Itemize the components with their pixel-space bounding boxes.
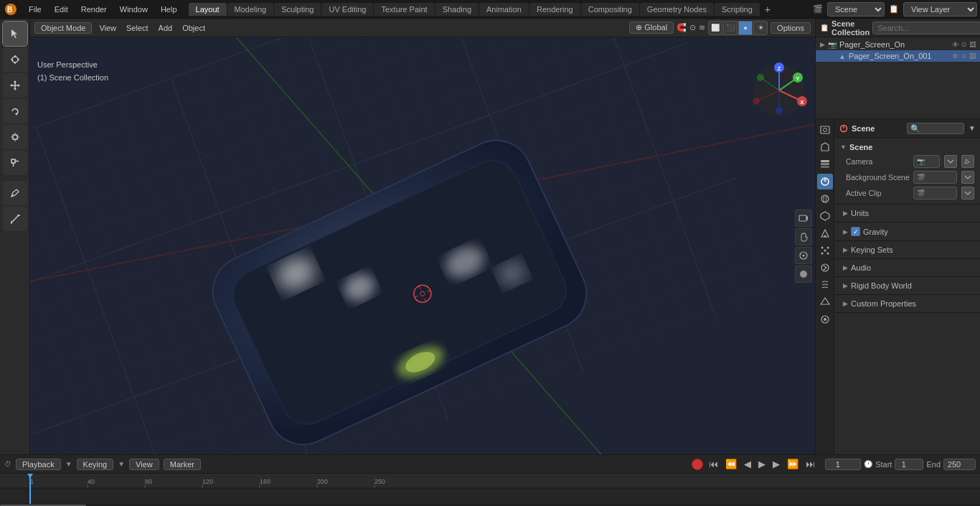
solid-shading[interactable]: ⬛ [723, 21, 738, 35]
viewport-hand-tool[interactable] [795, 228, 812, 245]
camera-select-icon[interactable] [944, 155, 957, 168]
timeline-area[interactable]: 1 40 80 120 160 200 250 [0, 473, 980, 506]
props-object-icon[interactable] [817, 208, 833, 224]
add-menu[interactable]: Add [156, 22, 176, 34]
transform-orientation[interactable]: ⊕ Global [629, 22, 674, 34]
audio-header[interactable]: ▶ Audio [834, 262, 980, 273]
tool-move[interactable] [3, 73, 27, 98]
expand-arrow-1[interactable]: ▶ [820, 41, 825, 48]
viewport-canvas[interactable]: User Perspective (1) Scene Collection Z … [30, 37, 815, 454]
tab-sculpting[interactable]: Sculpting [274, 3, 321, 16]
view-button[interactable]: View [129, 459, 159, 470]
viewport-material-preview[interactable] [795, 266, 812, 283]
view-options[interactable]: ≋ [699, 23, 705, 32]
tab-modeling[interactable]: Modeling [227, 3, 274, 16]
menu-render[interactable]: Render [75, 4, 113, 15]
viewport-camera-view[interactable] [795, 210, 812, 227]
jump-end-button[interactable]: ⏭ [804, 459, 816, 469]
props-output-icon[interactable] [817, 139, 833, 155]
wireframe-shading[interactable]: ⬜ [708, 21, 722, 35]
keying-button[interactable]: Keying [77, 459, 114, 470]
tab-texture-paint[interactable]: Texture Paint [374, 3, 434, 16]
tool-transform[interactable] [3, 151, 27, 175]
scene-section-header[interactable]: ▼ Scene [834, 141, 980, 154]
props-modifier-icon[interactable] [817, 225, 833, 241]
tool-annotate[interactable] [3, 181, 27, 205]
select-menu[interactable]: Select [123, 22, 151, 34]
props-view-layer-icon[interactable] [817, 156, 833, 172]
viewport-camera-position[interactable] [795, 247, 812, 264]
keying-dropdown-arrow[interactable]: ▼ [118, 460, 125, 468]
menu-help[interactable]: Help [155, 4, 183, 15]
options-button[interactable]: Options [771, 22, 811, 34]
props-material-icon[interactable] [817, 311, 833, 327]
custom-props-header[interactable]: ▶ Custom Properties [834, 298, 980, 309]
hide-viewport-icon-1[interactable]: ⊙ [961, 41, 967, 48]
gravity-checkbox[interactable]: ✓ [851, 227, 860, 236]
next-keyframe-button[interactable]: ▶ [771, 459, 781, 469]
props-world-icon[interactable] [817, 191, 833, 207]
props-data-icon[interactable] [817, 294, 833, 310]
tool-scale[interactable] [3, 125, 27, 149]
snap-toggle[interactable]: 🧲 [677, 23, 687, 32]
props-render-icon[interactable] [817, 122, 833, 138]
proportional-edit[interactable]: ⊙ [689, 23, 696, 32]
object-menu[interactable]: Object [179, 22, 208, 34]
visibility-icon-2[interactable]: 👁 [952, 52, 959, 60]
view-layer-selector[interactable]: View Layer [903, 2, 977, 17]
render-visibility-icon-1[interactable]: 🖼 [969, 41, 976, 48]
visibility-icon-1[interactable]: 👁 [952, 41, 959, 49]
units-section-header[interactable]: ▶ Units [834, 207, 980, 219]
tool-select[interactable] [3, 22, 27, 46]
3d-viewport[interactable]: Object Mode View Select Add Object ⊕ Glo… [30, 19, 815, 454]
jump-start-button[interactable]: ⏮ [707, 459, 720, 469]
prev-frame-button[interactable]: ⏪ [724, 459, 738, 469]
tool-rotate[interactable] [3, 99, 27, 123]
hide-viewport-icon-2[interactable]: ⊙ [961, 52, 967, 60]
end-frame-input[interactable] [943, 459, 976, 470]
outliner-item-pager-screen-on-001[interactable]: ▲ Pager_Screen_On_001 👁 ⊙ 🖼 [816, 50, 980, 62]
props-search-input[interactable] [907, 123, 964, 134]
navigation-gizmo[interactable]: Z Y X [750, 62, 808, 119]
menu-file[interactable]: File [23, 4, 47, 15]
camera-field[interactable]: 📷 [913, 155, 940, 168]
keying-sets-header[interactable]: ▶ Keying Sets [834, 244, 980, 256]
tab-rendering[interactable]: Rendering [529, 3, 580, 16]
next-frame-button[interactable]: ⏩ [786, 459, 800, 469]
tab-layout[interactable]: Layout [189, 3, 227, 16]
prev-keyframe-button[interactable]: ◀ [743, 459, 753, 469]
tab-scripting[interactable]: Scripting [715, 3, 760, 16]
current-frame-input[interactable] [825, 459, 861, 470]
tool-cursor[interactable] [3, 47, 27, 72]
tool-measure[interactable] [3, 207, 27, 231]
props-physics-icon[interactable] [817, 260, 833, 276]
marker-button[interactable]: Marker [164, 459, 201, 470]
tab-uv-editing[interactable]: UV Editing [321, 3, 373, 16]
active-clip-select-icon[interactable] [961, 187, 974, 200]
menu-edit[interactable]: Edit [49, 4, 74, 15]
active-clip-field[interactable]: 🎬 [913, 187, 957, 200]
camera-edit-icon[interactable] [961, 155, 974, 168]
props-constraints-icon[interactable] [817, 277, 833, 293]
playback-button[interactable]: Playback [16, 459, 61, 470]
scene-selector[interactable]: Scene [827, 2, 885, 17]
bg-scene-field[interactable]: 🎬 [913, 171, 957, 184]
tab-geometry-nodes[interactable]: Geometry Nodes [640, 3, 714, 16]
object-mode-selector[interactable]: Object Mode [34, 22, 92, 34]
record-button[interactable] [692, 459, 703, 470]
view-menu[interactable]: View [96, 22, 119, 34]
start-frame-input[interactable] [895, 459, 923, 470]
outliner-search-input[interactable] [872, 22, 980, 34]
add-workspace-button[interactable]: + [760, 2, 775, 17]
tab-compositing[interactable]: Compositing [581, 3, 639, 16]
render-visibility-icon-2[interactable]: 🖼 [969, 52, 976, 60]
play-button[interactable]: ▶ [757, 459, 767, 469]
bg-scene-select-icon[interactable] [961, 171, 974, 184]
tab-animation[interactable]: Animation [479, 3, 529, 16]
tab-shading[interactable]: Shading [435, 3, 479, 16]
material-shading[interactable]: ● [738, 21, 753, 35]
rigid-body-world-header[interactable]: ▶ Rigid Body World [834, 280, 980, 291]
menu-window[interactable]: Window [114, 4, 154, 15]
gravity-section-header[interactable]: ▶ ✓ Gravity [834, 225, 980, 238]
playback-dropdown-arrow[interactable]: ▼ [65, 460, 72, 468]
